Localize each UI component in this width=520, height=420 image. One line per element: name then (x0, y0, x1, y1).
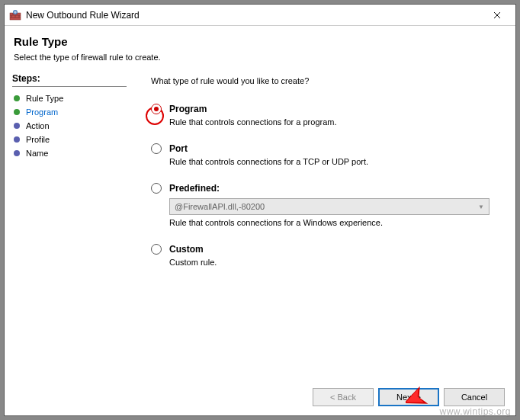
firewall-icon (9, 9, 21, 21)
step-program[interactable]: Program (12, 105, 127, 119)
option-custom-radio-row[interactable]: Custom (151, 244, 499, 255)
option-program: Program Rule that controls connections f… (151, 104, 499, 127)
close-button[interactable] (482, 5, 512, 25)
dropdown-value: @FirewallAPI.dll,-80200 (175, 202, 265, 211)
step-bullet-icon (14, 123, 20, 129)
option-custom: Custom Custom rule. (151, 244, 499, 267)
option-program-radio-row[interactable]: Program (151, 104, 499, 114)
predefined-dropdown[interactable]: @FirewallAPI.dll,-80200 ▼ (169, 198, 490, 215)
question-text: What type of rule would you like to crea… (151, 76, 499, 85)
step-label: Profile (26, 135, 50, 144)
window-title: New Outbound Rule Wizard (26, 10, 482, 21)
main-panel: What type of rule would you like to crea… (134, 69, 515, 379)
step-label: Program (26, 107, 58, 117)
step-bullet-icon (14, 109, 20, 115)
step-bullet-icon (14, 150, 20, 156)
option-port-radio-row[interactable]: Port (151, 143, 499, 154)
option-label: Program (169, 104, 207, 114)
close-icon (493, 11, 501, 19)
radio-icon (151, 183, 162, 194)
option-label: Predefined: (169, 183, 220, 194)
steps-heading: Steps: (12, 73, 127, 87)
cancel-button[interactable]: Cancel (444, 388, 505, 406)
back-button: < Back (313, 388, 374, 406)
step-rule-type[interactable]: Rule Type (12, 91, 127, 105)
option-desc: Rule that controls connections for a TCP… (169, 157, 499, 166)
step-action[interactable]: Action (12, 119, 127, 133)
step-name[interactable]: Name (12, 146, 127, 160)
option-predefined: Predefined: @FirewallAPI.dll,-80200 ▼ Ru… (151, 183, 499, 227)
option-label: Custom (169, 244, 204, 255)
step-bullet-icon (14, 136, 20, 143)
radio-icon (151, 104, 162, 114)
option-desc: Rule that controls connections for a Win… (169, 218, 499, 227)
page-subtitle: Select the type of firewall rule to crea… (14, 53, 506, 62)
option-desc: Custom rule. (169, 258, 499, 267)
chevron-down-icon: ▼ (478, 204, 484, 210)
option-desc: Rule that controls connections for a pro… (169, 117, 499, 127)
wizard-footer: < Back Next > Cancel (5, 379, 515, 415)
step-profile[interactable]: Profile (12, 133, 127, 146)
content-area: Steps: Rule Type Program Action Profile … (5, 69, 515, 379)
step-bullet-icon (14, 95, 20, 101)
step-label: Action (26, 121, 50, 130)
radio-icon (151, 143, 162, 154)
wizard-window: New Outbound Rule Wizard Rule Type Selec… (4, 4, 516, 416)
option-label: Port (169, 143, 188, 154)
titlebar: New Outbound Rule Wizard (5, 5, 515, 26)
next-button[interactable]: Next > (378, 388, 439, 406)
step-label: Rule Type (26, 94, 63, 103)
step-label: Name (26, 149, 48, 158)
steps-sidebar: Steps: Rule Type Program Action Profile … (5, 69, 134, 379)
radio-icon (151, 244, 162, 255)
page-title: Rule Type (14, 35, 506, 48)
option-predefined-radio-row[interactable]: Predefined: (151, 183, 499, 194)
option-port: Port Rule that controls connections for … (151, 143, 499, 166)
